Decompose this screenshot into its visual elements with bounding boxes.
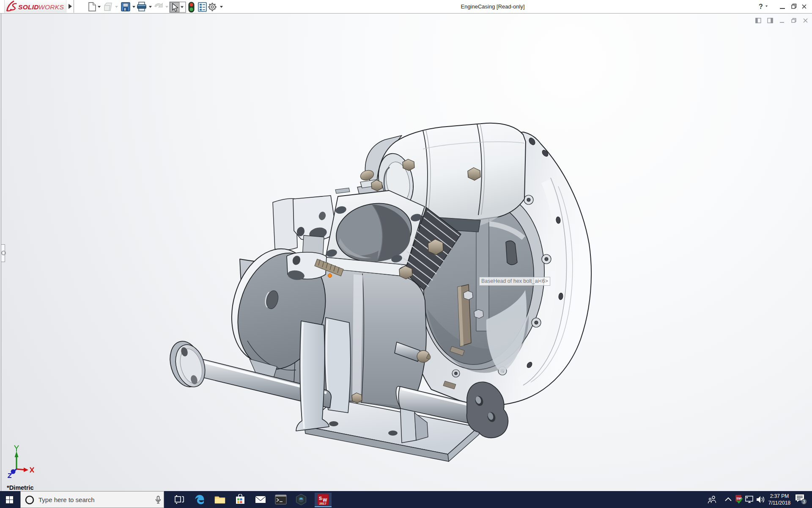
svg-text:?: ? [759, 3, 763, 10]
svg-text:3: 3 [803, 499, 805, 504]
svg-text:S: S [319, 496, 322, 501]
svg-text:SOLID: SOLID [18, 3, 39, 11]
svg-text:WORKS: WORKS [38, 3, 64, 11]
svg-text:2017: 2017 [319, 502, 326, 505]
